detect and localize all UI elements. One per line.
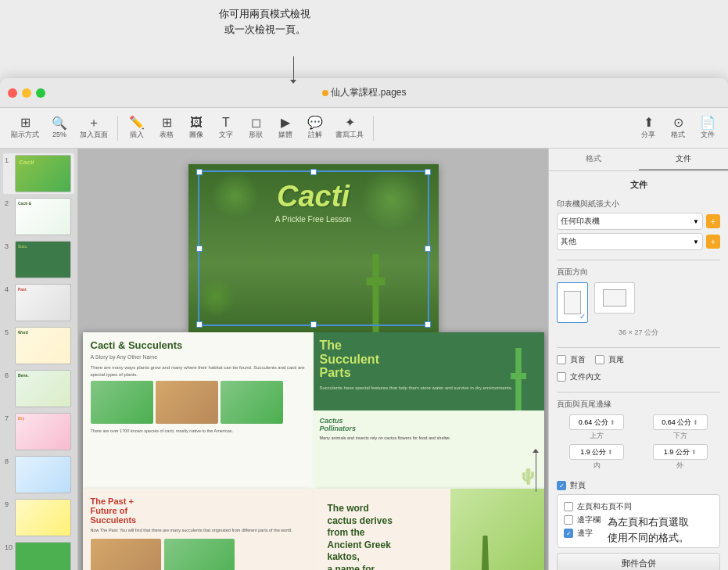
facing-pages-label: 對頁 (570, 480, 586, 491)
document-section-title: 文件 (557, 179, 720, 191)
page-direction-label: 頁面方向 (557, 267, 720, 278)
margin-outer-cell: 1.9 公分 ⬆ 外 (640, 444, 721, 471)
margin-outer-input[interactable]: 1.9 公分 ⬆ (653, 444, 708, 460)
bottom-callout-line (536, 453, 536, 492)
margin-bottom-value: 0.64 公分 (662, 418, 691, 428)
slide-thumb-5[interactable]: 5 Word (3, 325, 74, 366)
toolbar-text[interactable]: T 文字 (212, 115, 240, 142)
left-right-different-checkbox[interactable] (564, 502, 573, 511)
slide-preview-8 (15, 456, 71, 493)
any-printer-row: 任何印表機 ▼ + (557, 213, 720, 230)
dimensions-text: 36 × 27 公分 (557, 328, 720, 338)
margin-inner-stepper[interactable]: ⬆ (608, 449, 613, 456)
slide-preview-4: Past (15, 284, 71, 321)
slide-preview-2: Cacti & (15, 198, 71, 235)
toolbar-writing-tools[interactable]: ✦ 書寫工具 (331, 115, 368, 142)
slide-thumb-2[interactable]: 2 Cacti & (3, 196, 74, 237)
toolbar-comment[interactable]: 💬 註解 (301, 115, 329, 142)
any-printer-select[interactable]: 任何印表機 ▼ (557, 213, 703, 230)
margin-grid: 0.64 公分 ⬆ 上方 0.64 公分 ⬆ 下方 (557, 414, 720, 471)
slide-preview-5: Word (15, 327, 71, 364)
top-callout-line (293, 56, 294, 80)
cv-title: Cactus Pollinators (320, 417, 538, 432)
other-text: 其他 (561, 236, 576, 247)
toolbar-add-page[interactable]: ＋ 加入頁面 (75, 115, 113, 142)
doc-body-checkbox[interactable] (557, 372, 566, 382)
other-btn[interactable]: + (706, 235, 720, 249)
slide-thumb-1[interactable]: 1 Cacti (3, 153, 74, 194)
spread2-right-img (450, 489, 544, 570)
minimize-button[interactable] (22, 88, 31, 98)
slide-thumb-9[interactable]: 9 (3, 497, 74, 538)
divider-1 (557, 260, 720, 260)
toolbar-format[interactable]: ⊙ 格式 (664, 115, 692, 142)
other-select[interactable]: 其他 ▼ (557, 233, 703, 250)
table-label: 表格 (160, 130, 174, 140)
word-checkbox[interactable]: ✓ (564, 529, 573, 538)
toolbar-display-mode[interactable]: ⊞ 顯示方式 (6, 115, 44, 142)
slide-thumb-6[interactable]: 6 Bene. (3, 368, 74, 409)
landscape-orientation[interactable] (594, 282, 635, 314)
close-button[interactable] (8, 88, 17, 98)
toolbar-shape[interactable]: ◻ 形狀 (242, 115, 270, 142)
slide-thumb-10[interactable]: 10 (3, 540, 74, 570)
facing-pages-row: ✓ 對頁 (557, 480, 720, 491)
spread1-body: There are many ways plants grow and many… (91, 364, 306, 378)
panel-tabs: 格式 文件 (549, 149, 728, 171)
margin-bottom-stepper[interactable]: ⬆ (693, 419, 698, 426)
slide-preview-6: Bene. (15, 370, 71, 407)
zoom-icon: 🔍 (52, 117, 67, 130)
margin-bottom-input[interactable]: 0.64 公分 ⬆ (653, 414, 708, 430)
display-mode-icon: ⊞ (20, 117, 30, 129)
margin-outer-stepper[interactable]: ⬆ (691, 449, 697, 456)
portrait-orientation[interactable]: ✓ (557, 282, 588, 323)
doc-body-checkbox-row: 文件內文 (557, 371, 720, 382)
any-printer-btn[interactable]: + (706, 214, 720, 228)
footer-checkbox-row: 頁尾 (595, 354, 624, 365)
toolbar-media[interactable]: ▶ 媒體 (271, 115, 299, 142)
print-size-section: 印表機與紙張大小 任何印表機 ▼ + 其他 ▼ + (557, 199, 720, 250)
right-panel: 格式 文件 文件 印表機與紙張大小 任何印表機 ▼ + (548, 149, 728, 570)
file-dot-icon (321, 90, 328, 96)
toolbar-zoom[interactable]: 🔍 25% (45, 116, 74, 140)
header-footer-row: 頁首 頁尾 (557, 354, 720, 368)
toolbar-share[interactable]: ⬆ 分享 (634, 115, 662, 142)
succ-title: The Succulent Parts (320, 339, 538, 380)
share-label: 分享 (641, 130, 655, 140)
margin-top-stepper[interactable]: ⬆ (610, 419, 615, 426)
margin-top-input[interactable]: 0.64 公分 ⬆ (569, 414, 624, 430)
slide-thumb-8[interactable]: 8 (3, 454, 74, 495)
slide-preview-9 (15, 499, 71, 536)
select-chevron-2: ▼ (693, 238, 699, 246)
divider-2 (557, 347, 720, 348)
header-checkbox-row: 頁首 (557, 354, 586, 365)
tooltip-top-text: 你可用兩頁模式檢視 或一次檢視一頁。 (219, 8, 310, 35)
slide-thumb-3[interactable]: 3 Succ. (3, 239, 74, 280)
titlebar: 仙人掌課程.pages (0, 78, 728, 108)
slide-thumb-4[interactable]: 4 Past (3, 282, 74, 323)
spread-2: The Past + Future of Succulents Now The … (83, 489, 544, 570)
word-wrap-checkbox[interactable] (564, 515, 573, 525)
margin-inner-input[interactable]: 1.9 公分 ⬆ (569, 444, 624, 460)
toolbar-table[interactable]: ⊞ 表格 (152, 115, 181, 142)
slide-thumb-7[interactable]: 7 Dry (3, 411, 74, 452)
page-orientation-row: ✓ (557, 282, 720, 323)
tab-document[interactable]: 文件 (639, 149, 729, 170)
margin-outer-label: 外 (676, 461, 683, 471)
header-checkbox[interactable] (557, 355, 566, 364)
tab-format[interactable]: 格式 (549, 149, 639, 170)
toolbar-image[interactable]: 🖼 圖像 (182, 115, 210, 142)
spread2-img-2 (164, 539, 235, 570)
margin-inner-label: 內 (594, 461, 601, 471)
footer-checkbox[interactable] (595, 355, 604, 364)
toolbar-insert[interactable]: ✏️ 插入 (123, 115, 151, 142)
margins-label: 頁面與頁尾邊緣 (557, 399, 720, 410)
tab-document-label: 文件 (676, 154, 691, 163)
canvas-area[interactable]: Cacti A Prickle Free Lesson Cacti & Succ… (78, 149, 548, 570)
maximize-button[interactable] (36, 88, 45, 98)
merge-button[interactable]: 郵件合併 (557, 553, 720, 570)
footer-label: 頁尾 (608, 354, 624, 365)
toolbar-document[interactable]: 📄 文件 (694, 115, 722, 142)
facing-pages-checkbox[interactable]: ✓ (557, 481, 566, 490)
window-title: 仙人掌課程.pages (321, 86, 406, 99)
